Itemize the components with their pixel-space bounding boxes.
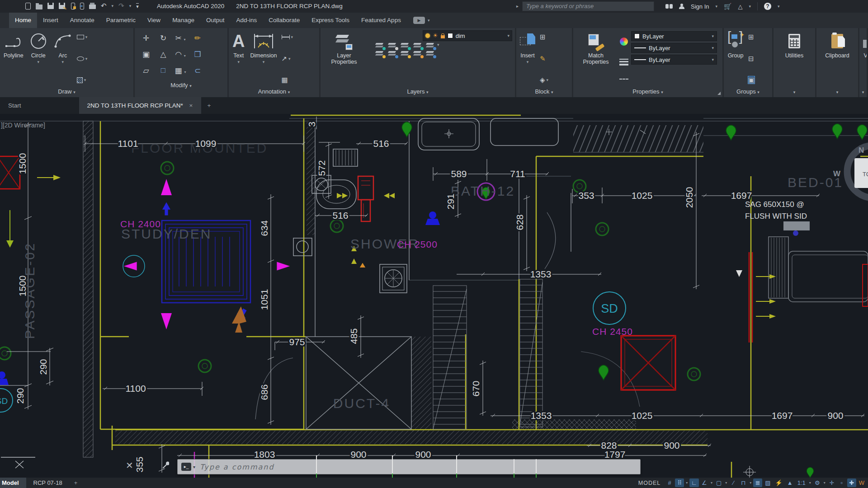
insert-button[interactable]: Insert ▾ [518, 30, 537, 87]
trim-icon[interactable]: ✂ ▾ [175, 33, 186, 43]
annotation-monitor-icon[interactable]: ✛ [827, 479, 836, 487]
ungroup-icon[interactable]: ⊞ [748, 33, 754, 41]
layer-dropdown[interactable]: ☀ dim ▾ [423, 30, 512, 41]
tab-view[interactable]: View [142, 13, 166, 28]
leader-caret-icon[interactable]: ▾ [288, 56, 291, 61]
new-drawing-tab-icon[interactable]: + [201, 97, 217, 114]
annotation-visibility-icon[interactable]: ▲ [785, 479, 795, 487]
workspace-icon[interactable]: ⚙ [813, 479, 822, 487]
layer-lock-tool-icon[interactable] [414, 42, 423, 49]
linetype-dropdown[interactable]: ByLayer ▾ [631, 55, 717, 65]
tab-layout-rcp[interactable]: RCP 07-18 [26, 478, 70, 488]
ellipse-caret-icon[interactable]: ▾ [85, 56, 88, 61]
undo-caret-icon[interactable]: ▾ [112, 4, 114, 8]
utilities-panel-label[interactable]: ▾ [774, 87, 815, 97]
media-player-icon[interactable]: ▶ [413, 17, 425, 24]
graphics-performance-icon[interactable]: ✚ [847, 479, 856, 487]
layer-thaw-icon[interactable] [401, 51, 410, 57]
infocenter-partial-icon[interactable]: W [857, 479, 866, 487]
color-caret-icon[interactable]: ▾ [712, 34, 714, 38]
isodraft-icon[interactable]: ▢ [714, 479, 723, 487]
viewport-label[interactable]: ][2D Wireframe] [1, 122, 45, 129]
groups-panel-label[interactable]: Groups ▾ [724, 87, 772, 97]
lineweight-dropdown[interactable]: ByLayer ▾ [631, 43, 717, 53]
snap-caret-icon[interactable]: ▾ [685, 479, 689, 487]
ellipse-icon[interactable] [77, 56, 84, 61]
command-input[interactable]: Type a command [200, 463, 274, 471]
save-as-icon[interactable] [59, 3, 65, 9]
block-editor-caret-icon[interactable]: ▾ [547, 78, 549, 82]
transparency-icon[interactable]: ▨ [763, 479, 772, 487]
group-button[interactable]: ✦ Group [726, 30, 745, 87]
tab-manage[interactable]: Manage [166, 13, 200, 28]
tab-output[interactable]: Output [200, 13, 231, 28]
leader-icon[interactable]: ↗ [282, 55, 288, 62]
arc-caret-icon[interactable]: ▾ [62, 59, 64, 65]
annotation-scale-label[interactable]: 1:1 [796, 479, 807, 487]
osnap-icon[interactable]: ⊓ [739, 479, 748, 487]
tab-home[interactable]: Home [9, 13, 37, 28]
properties-dialog-launcher-icon[interactable] [717, 92, 721, 95]
linetype-caret-icon[interactable]: ▾ [712, 57, 714, 62]
move-icon[interactable]: ✛ [143, 33, 149, 43]
edit-attributes-icon[interactable]: ✎ [540, 55, 546, 62]
color-dropdown[interactable]: ByLayer ▾ [631, 31, 717, 41]
layer-lock-icon[interactable] [441, 35, 445, 38]
share-icon[interactable] [80, 3, 84, 9]
workspace-caret-icon[interactable]: ▾ [823, 479, 826, 487]
layers-panel-label[interactable]: Layers ▾ [321, 87, 515, 97]
linear-dim-icon[interactable] [282, 35, 290, 39]
tab-document[interactable]: 2ND TO 13TH FLOOR RCP PLAN* × [79, 97, 201, 114]
snap-icon[interactable]: ⠿ [675, 479, 684, 487]
scale-icon[interactable]: □ [161, 66, 165, 75]
tab-model[interactable]: Model [0, 478, 26, 488]
view-panel-label[interactable]: ▾ [859, 87, 867, 97]
help-caret-icon[interactable]: ▾ [778, 4, 780, 9]
close-tab-icon[interactable]: × [189, 102, 193, 109]
undo-icon[interactable]: ↶ [101, 2, 107, 9]
rectangle-caret-icon[interactable]: ▾ [85, 35, 88, 39]
layer-dropdown-caret-icon[interactable]: ▾ [507, 33, 509, 38]
circle-button[interactable]: Circle ▾ [27, 30, 50, 87]
offset-icon[interactable]: ⊂ [194, 66, 201, 75]
otrack-icon[interactable]: ∕ [729, 479, 738, 487]
array-icon[interactable]: ▦ ▾ [175, 66, 186, 75]
osnap-caret-icon[interactable]: ▾ [749, 479, 752, 487]
polar-caret-icon[interactable]: ▾ [710, 479, 713, 487]
group-selection-icon[interactable]: ▣ [748, 76, 755, 84]
command-recent-caret-icon[interactable]: ▾ [193, 465, 195, 469]
scale-caret-icon[interactable]: ▾ [808, 479, 812, 487]
circle-caret-icon[interactable]: ▾ [38, 59, 40, 65]
group-edit-icon[interactable]: ⊟ [748, 55, 754, 62]
tab-parametric[interactable]: Parametric [100, 13, 142, 28]
view-button[interactable]: View [861, 30, 867, 87]
new-file-icon[interactable] [25, 3, 31, 9]
layer-on-tool-icon[interactable] [376, 51, 385, 57]
redo-caret-icon[interactable]: ▾ [129, 4, 132, 8]
utilities-button[interactable]: Utilities [783, 30, 805, 87]
layer-freeze-icon[interactable]: ☀ [433, 33, 438, 38]
match-properties-button[interactable]: Match Properties [575, 30, 617, 87]
tab-featured-apps[interactable]: Featured Apps [355, 13, 407, 28]
clipboard-panel-label[interactable]: ▾ [816, 87, 858, 97]
new-layout-icon[interactable]: + [70, 478, 82, 488]
customize-qat-icon[interactable]: ▾ [136, 3, 139, 9]
color-wheel-icon[interactable] [620, 38, 628, 46]
hatch-caret-icon[interactable]: ▾ [84, 78, 86, 82]
help-icon[interactable]: ? [764, 3, 771, 10]
layer-unlock-icon[interactable] [414, 51, 423, 57]
linetype-icon[interactable] [619, 79, 628, 80]
layer-states-caret-icon[interactable]: ▾ [437, 42, 439, 49]
insert-caret-icon[interactable]: ▾ [527, 59, 529, 65]
clipboard-button[interactable]: Clipboard [823, 30, 851, 87]
tab-insert[interactable]: Insert [37, 13, 64, 28]
dimension-caret-icon[interactable]: ▾ [263, 59, 265, 65]
drawing-canvas[interactable]: SD SD FLOOR MOUNTED STUDY/DEN SHOW [0, 114, 868, 478]
layer-match-icon[interactable] [388, 51, 397, 57]
isolate-objects-icon[interactable]: ▫ [837, 479, 846, 487]
mobile-transfer-icon[interactable] [71, 3, 75, 9]
layer-states-icon[interactable] [426, 42, 435, 49]
layer-isolate-icon[interactable] [376, 42, 385, 49]
tab-express-tools[interactable]: Express Tools [306, 13, 355, 28]
erase-icon[interactable]: ✏ [194, 33, 201, 43]
